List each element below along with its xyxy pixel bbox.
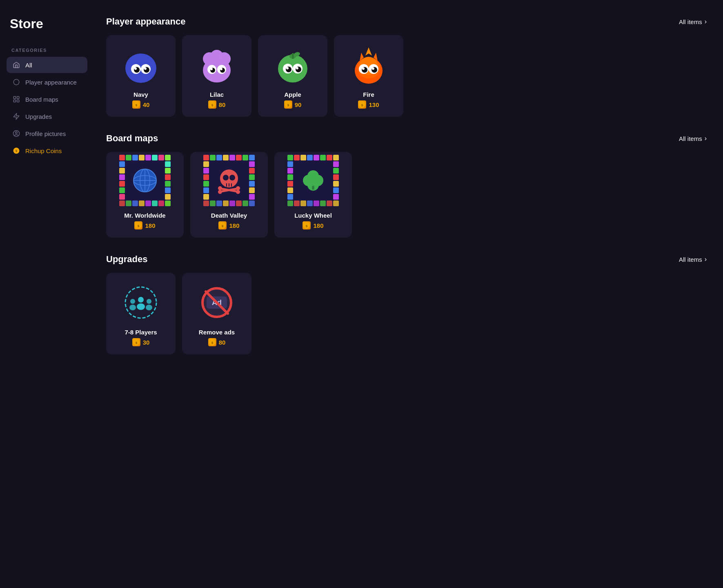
- sidebar-item-upgrades[interactable]: Upgrades: [7, 108, 87, 125]
- sidebar-item-richup-coins[interactable]: $ Richup Coins: [7, 143, 87, 159]
- page-title: Store: [7, 16, 87, 31]
- home-icon: [12, 61, 20, 69]
- navy-image: [114, 43, 167, 86]
- svg-rect-170: [312, 186, 314, 190]
- navy-card[interactable]: Navy $ 40: [106, 35, 176, 117]
- svg-rect-93: [203, 155, 209, 160]
- death-valley-card[interactable]: Death Valley $ 180: [190, 152, 268, 238]
- svg-point-130: [218, 186, 222, 190]
- remove-ads-image: Ad: [190, 281, 243, 324]
- lightning-icon: [12, 112, 20, 120]
- mr-worldwide-card[interactable]: Mr. Worldwide $ 180: [106, 152, 184, 238]
- svg-rect-118: [249, 181, 255, 187]
- svg-rect-103: [216, 200, 222, 206]
- svg-rect-150: [320, 200, 326, 206]
- svg-rect-82: [165, 181, 171, 187]
- svg-rect-2: [17, 96, 19, 98]
- board-maps-grid: Mr. Worldwide $ 180: [106, 152, 707, 238]
- chevron-right-icon: ›: [705, 256, 707, 263]
- svg-rect-142: [320, 155, 326, 160]
- players-card[interactable]: 7-8 Players $ 30: [106, 273, 176, 354]
- coin-icon: $: [303, 221, 311, 229]
- apple-card[interactable]: Apple $ 90: [258, 35, 327, 117]
- player-appearance-all-items[interactable]: All items ›: [679, 18, 707, 25]
- remove-ads-card[interactable]: Ad Remove ads $ 80: [182, 273, 251, 354]
- svg-rect-147: [300, 200, 306, 206]
- svg-rect-72: [165, 200, 171, 206]
- svg-point-6: [16, 132, 18, 134]
- upgrades-header: Upgrades All items ›: [106, 254, 707, 265]
- lilac-card[interactable]: Lilac $ 80: [182, 35, 251, 117]
- svg-text:$: $: [136, 103, 137, 107]
- svg-rect-58: [126, 155, 131, 160]
- board-maps-all-items[interactable]: All items ›: [679, 135, 707, 142]
- svg-point-27: [220, 68, 222, 70]
- svg-rect-139: [300, 155, 306, 160]
- svg-marker-42: [365, 47, 372, 56]
- sidebar-item-profile-pictures[interactable]: Profile pictures: [7, 125, 87, 142]
- lucky-wheel-price: $ 180: [303, 221, 323, 229]
- chevron-right-icon: ›: [705, 135, 707, 142]
- svg-rect-154: [287, 168, 293, 174]
- svg-point-38: [286, 67, 289, 69]
- svg-rect-69: [145, 200, 151, 206]
- lucky-wheel-card[interactable]: Lucky Wheel $ 180: [274, 152, 352, 238]
- sidebar-item-board-maps[interactable]: Board maps: [7, 91, 87, 107]
- svg-rect-146: [294, 200, 300, 206]
- svg-rect-98: [236, 155, 242, 160]
- coin-icon: $: [284, 100, 292, 109]
- svg-rect-164: [333, 194, 339, 200]
- svg-point-132: [218, 190, 222, 194]
- apple-image: [266, 43, 319, 86]
- coin-icon: $: [218, 221, 227, 229]
- sidebar-item-player-appearance[interactable]: Player appearance: [7, 74, 87, 90]
- svg-rect-162: [333, 181, 339, 187]
- svg-point-177: [129, 305, 136, 310]
- upgrades-grid: 7-8 Players $ 30 Ad: [106, 273, 707, 354]
- svg-point-39: [296, 67, 298, 69]
- coin-icon: $: [134, 221, 142, 229]
- players-price: $ 30: [132, 338, 150, 346]
- svg-rect-80: [165, 168, 171, 174]
- svg-rect-61: [145, 155, 151, 160]
- svg-point-133: [236, 190, 240, 194]
- svg-rect-152: [333, 200, 339, 206]
- apple-price: $ 90: [284, 100, 302, 109]
- categories-label: CATEGORIES: [7, 48, 87, 53]
- svg-rect-119: [249, 187, 255, 193]
- coin-icon: $: [358, 100, 366, 109]
- svg-rect-77: [119, 187, 125, 193]
- svg-rect-68: [139, 200, 145, 206]
- lilac-name: Lilac: [210, 91, 224, 98]
- mr-worldwide-price: $ 180: [134, 221, 155, 229]
- svg-rect-137: [287, 155, 293, 160]
- svg-text:$: $: [306, 224, 307, 228]
- upgrades-title: Upgrades: [106, 254, 147, 265]
- svg-rect-64: [165, 155, 171, 160]
- apple-name: Apple: [284, 91, 301, 98]
- svg-point-122: [223, 175, 229, 180]
- sidebar-item-all[interactable]: All: [7, 57, 87, 73]
- chevron-right-icon: ›: [705, 18, 707, 25]
- svg-point-9: [125, 53, 156, 83]
- svg-rect-60: [139, 155, 145, 160]
- svg-rect-65: [119, 200, 125, 206]
- svg-point-21: [203, 58, 231, 82]
- svg-rect-110: [203, 168, 209, 174]
- death-valley-name: Death Valley: [211, 212, 247, 219]
- svg-point-179: [146, 305, 152, 310]
- svg-text:$: $: [211, 341, 213, 345]
- coin-icon: $: [132, 338, 140, 346]
- svg-rect-108: [249, 200, 255, 206]
- svg-rect-66: [126, 200, 131, 206]
- svg-rect-156: [287, 181, 293, 187]
- upgrades-all-items[interactable]: All items ›: [679, 256, 707, 263]
- svg-point-169: [310, 177, 316, 184]
- death-valley-image: [198, 154, 260, 207]
- sidebar-item-upgrades-label: Upgrades: [25, 113, 52, 120]
- sidebar-nav: All Player appearance Board maps: [7, 57, 87, 160]
- lucky-wheel-name: Lucky Wheel: [294, 212, 332, 219]
- fire-card[interactable]: Fire $ 130: [334, 35, 403, 117]
- svg-rect-94: [210, 155, 216, 160]
- svg-rect-151: [327, 200, 332, 206]
